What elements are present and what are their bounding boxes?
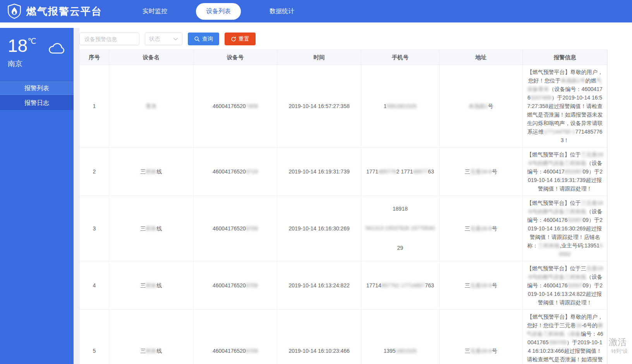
cell-address: 三元巷16-6号 xyxy=(440,310,523,364)
cell-device-name: 三村米线 xyxy=(109,196,194,261)
cell-device-no: 460041765206709 xyxy=(194,196,278,261)
cell-address: 未燕路1号 xyxy=(440,65,523,147)
nav-item-realtime-monitor[interactable]: 实时监控 xyxy=(132,3,177,20)
cell-alarm-message: 【燃气预警平台】尊敬的用户，您好！您位于未燕路1号的燃气设备青末（设备编号：46… xyxy=(523,65,607,147)
windows-activation-watermark-line2: 转到“设 xyxy=(611,348,628,355)
cell-index: 3 xyxy=(80,196,109,261)
cell-device-name: 三村米线 xyxy=(109,310,194,364)
column-header-index: 序号 xyxy=(80,50,109,65)
cell-phone: 18918561313 15537626 1577054029 xyxy=(361,196,440,261)
cell-device-name: 青末 xyxy=(109,65,194,147)
app-title: 燃气报警云平台 xyxy=(26,5,102,18)
reset-button-label: 重置 xyxy=(239,36,249,43)
cell-device-name: 三村米线 xyxy=(109,261,194,309)
search-icon xyxy=(194,36,200,42)
cloud-icon xyxy=(47,42,66,55)
nav-item-data-statistics[interactable]: 数据统计 xyxy=(259,3,304,20)
column-header-time: 时间 xyxy=(277,50,361,65)
query-button-label: 查询 xyxy=(202,36,213,43)
column-header-address: 地址 xyxy=(440,50,523,65)
sidebar-gap xyxy=(74,28,79,364)
query-button[interactable]: 查询 xyxy=(188,33,219,45)
table-row: 4三村米线4600417652067092019-10-14 16:13:24:… xyxy=(80,261,607,309)
gas-shield-logo-icon xyxy=(6,3,22,20)
cell-address: 三元巷16-6号 xyxy=(440,261,523,309)
refresh-icon xyxy=(231,36,236,42)
cell-alarm-message: 【燃气预警平台】位于三元巷16-6号的燃气设备三村米线（设备编号：4600417… xyxy=(523,196,607,261)
cell-address: 三元巷16-6号 xyxy=(440,148,523,196)
windows-activation-watermark-line1: 激活 xyxy=(609,336,627,348)
cell-address: 三元巷16-6号 xyxy=(440,196,523,261)
filter-toolbar: 状态 查询 重置 xyxy=(79,33,256,45)
cell-device-name: 三村米线 xyxy=(109,148,194,196)
alarm-log-table: 序号设备名设备号时间手机号地址报警信息 1青末46004176520740920… xyxy=(79,50,608,364)
sidebar-item-alarm-log[interactable]: 报警日志 xyxy=(0,95,74,110)
cell-device-no: 460041765206709 xyxy=(194,310,278,364)
cell-alarm-message: 【燃气预警平台】位于三元巷16-6号的燃气设备三村米线（设备编号：4600417… xyxy=(523,261,607,309)
table-row: 1青末4600417652074092019-10-14 16:57:27:35… xyxy=(80,65,607,147)
cell-time: 2019-10-14 16:10:23:466 xyxy=(277,310,361,364)
cell-alarm-message: 【燃气预警平台】位于三元巷16-6号的燃气设备三村米线（设备编号：4600417… xyxy=(523,148,607,196)
cell-phone: 17714857762 17714857763 xyxy=(361,148,440,196)
column-header-phone: 手机号 xyxy=(361,50,440,65)
sidebar: 18 ℃ 南京 报警列表 报警日志 xyxy=(0,28,74,364)
column-header-device-no: 设备号 xyxy=(194,50,278,65)
cell-index: 4 xyxy=(80,261,109,309)
alarm-keyword-input[interactable] xyxy=(79,33,139,45)
table-row: 2三村米线4600417652067192019-10-14 16:19:31:… xyxy=(80,147,607,196)
cell-index: 5 xyxy=(80,310,109,364)
status-select[interactable]: 状态 xyxy=(145,33,182,45)
cell-device-no: 460041765206709 xyxy=(194,261,278,309)
cell-time: 2019-10-14 16:57:27:358 xyxy=(277,65,361,147)
top-navbar: 燃气报警云平台 实时监控 设备列表 数据统计 xyxy=(0,0,632,22)
cell-phone: 17714857762 17714857763 xyxy=(361,261,440,309)
table-row: 5三村米线4600417652067092019-10-14 16:10:23:… xyxy=(80,309,607,364)
cell-phone: 15951801525 xyxy=(361,65,440,147)
column-header-device-name: 设备名 xyxy=(109,50,194,65)
temperature-unit: ℃ xyxy=(27,37,36,45)
cell-index: 2 xyxy=(80,148,109,196)
cell-time: 2019-10-14 16:19:31:739 xyxy=(277,148,361,196)
city-label: 南京 xyxy=(8,59,66,69)
reset-button[interactable]: 重置 xyxy=(225,33,256,45)
cell-time: 2019-10-14 16:16:30:269 xyxy=(277,196,361,261)
cell-device-no: 460041765207409 xyxy=(194,65,278,147)
cell-device-no: 460041765206719 xyxy=(194,148,278,196)
cell-phone: 13951801525 xyxy=(361,310,440,364)
sidebar-item-alarm-list[interactable]: 报警列表 xyxy=(0,81,74,95)
weather-panel: 18 ℃ 南京 xyxy=(0,28,74,81)
nav-menu: 实时监控 设备列表 数据统计 xyxy=(132,3,304,20)
table-header-row: 序号设备名设备号时间手机号地址报警信息 xyxy=(80,50,607,65)
table-body: 1青末4600417652074092019-10-14 16:57:27:35… xyxy=(80,65,607,364)
cell-time: 2019-10-14 16:13:24:822 xyxy=(277,261,361,309)
cell-index: 1 xyxy=(80,65,109,147)
table-row: 3三村米线4600417652067092019-10-14 16:16:30:… xyxy=(80,196,607,261)
status-select-placeholder: 状态 xyxy=(149,36,160,43)
cell-alarm-message: 【燃气预警平台】尊敬的用户，您好！您位于三元巷16-6号的燃气设备三村米线（设备… xyxy=(523,310,607,364)
nav-item-device-list[interactable]: 设备列表 xyxy=(196,3,241,20)
chevron-down-icon xyxy=(173,38,178,41)
temperature-value: 18 xyxy=(8,36,27,55)
column-header-alarm-message: 报警信息 xyxy=(523,50,607,65)
